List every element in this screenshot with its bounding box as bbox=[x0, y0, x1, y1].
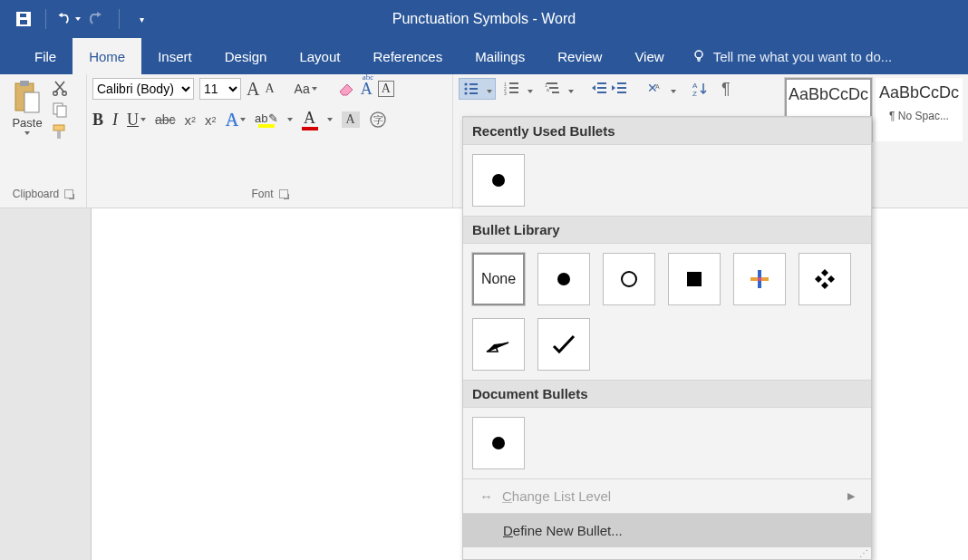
decrease-indent-button[interactable] bbox=[592, 82, 608, 96]
svg-rect-17 bbox=[469, 83, 478, 85]
character-border-button[interactable]: A bbox=[378, 81, 394, 97]
bullets-button[interactable] bbox=[459, 78, 496, 100]
tab-references[interactable]: References bbox=[356, 38, 459, 74]
tab-file[interactable]: File bbox=[18, 38, 73, 74]
strikethrough-button[interactable]: abc bbox=[155, 112, 176, 127]
clipboard-group-label: Clipboard bbox=[5, 188, 81, 206]
svg-rect-27 bbox=[509, 92, 518, 93]
bullet-check[interactable] bbox=[537, 318, 590, 371]
phonetic-guide-button[interactable]: abcA bbox=[361, 80, 373, 99]
style-no-spacing[interactable]: AaBbCcDc ¶ No Spac... bbox=[876, 78, 963, 141]
paste-button[interactable]: Paste bbox=[5, 78, 49, 135]
disc-icon bbox=[489, 434, 508, 452]
bullet-clover[interactable] bbox=[733, 253, 786, 305]
bullets-dropdown-button[interactable] bbox=[483, 82, 495, 96]
recent-bullets-row bbox=[463, 145, 871, 216]
tab-design[interactable]: Design bbox=[208, 38, 284, 74]
copy-button[interactable] bbox=[51, 101, 69, 118]
bullet-circle[interactable] bbox=[603, 253, 655, 305]
clear-formatting-button[interactable] bbox=[337, 81, 355, 97]
tell-me-search[interactable]: Tell me what you want to do... bbox=[681, 38, 893, 74]
enclose-characters-button[interactable]: 字 bbox=[369, 111, 387, 129]
superscript-button[interactable]: x2 bbox=[205, 112, 217, 128]
tab-mailings[interactable]: Mailings bbox=[459, 38, 541, 74]
chevron-right-icon: ▶ bbox=[847, 490, 855, 502]
svg-point-4 bbox=[695, 51, 702, 58]
bullet-library-row: None bbox=[463, 244, 871, 380]
document-bullets-row bbox=[463, 408, 871, 478]
svg-rect-29 bbox=[549, 87, 558, 89]
font-color-button[interactable]: A bbox=[302, 109, 318, 130]
tab-insert[interactable]: Insert bbox=[141, 38, 208, 74]
increase-indent-button[interactable] bbox=[612, 82, 628, 96]
font-size-select[interactable]: 11 bbox=[199, 78, 241, 100]
text-highlight-button[interactable]: ab✎ bbox=[255, 111, 277, 128]
character-shading-button[interactable]: A bbox=[342, 111, 360, 128]
sort-button[interactable]: AZ bbox=[692, 81, 709, 97]
redo-button[interactable] bbox=[84, 6, 110, 32]
clipboard-launcher[interactable] bbox=[64, 189, 73, 198]
quick-access-toolbar: ▾ bbox=[0, 0, 154, 38]
svg-text:Z: Z bbox=[692, 90, 697, 97]
svg-rect-21 bbox=[469, 92, 478, 94]
bullet-square[interactable] bbox=[668, 253, 721, 305]
format-painter-button[interactable] bbox=[51, 123, 69, 141]
bullets-dropdown-panel: Recently Used Bullets Bullet Library Non… bbox=[462, 116, 872, 560]
bullet-arrow[interactable] bbox=[472, 318, 525, 371]
asian-layout-button[interactable]: ✕A bbox=[643, 78, 680, 100]
bullet-recent-disc[interactable] bbox=[472, 154, 525, 207]
numbering-button[interactable]: 123 bbox=[499, 78, 537, 100]
svg-rect-12 bbox=[53, 125, 64, 130]
multilevel-list-button[interactable]: 1a bbox=[540, 78, 577, 100]
chevron-down-icon[interactable] bbox=[327, 118, 333, 121]
bullet-disc[interactable] bbox=[537, 253, 590, 305]
chevron-down-icon[interactable] bbox=[287, 118, 293, 121]
cut-button[interactable] bbox=[51, 80, 69, 96]
subscript-button[interactable]: x2 bbox=[185, 112, 197, 128]
text-effects-button[interactable]: A bbox=[226, 110, 246, 130]
show-hide-marks-button[interactable]: ¶ bbox=[721, 80, 731, 99]
font-launcher[interactable] bbox=[279, 189, 288, 198]
tab-review[interactable]: Review bbox=[541, 38, 618, 74]
bullet-document-disc[interactable] bbox=[472, 417, 525, 469]
square-icon bbox=[686, 271, 702, 287]
svg-point-20 bbox=[464, 92, 467, 94]
resize-grip[interactable]: ⋰ bbox=[463, 547, 871, 559]
svg-rect-35 bbox=[597, 92, 606, 93]
bold-button[interactable]: B bbox=[92, 111, 103, 130]
undo-button[interactable] bbox=[55, 6, 81, 32]
tab-view[interactable]: View bbox=[618, 38, 680, 74]
svg-point-16 bbox=[464, 82, 467, 85]
recent-bullets-header: Recently Used Bullets bbox=[463, 117, 871, 145]
style-sample: AaBbCcDc bbox=[789, 85, 868, 104]
shrink-font-button[interactable]: A bbox=[265, 82, 274, 96]
svg-rect-23 bbox=[509, 82, 518, 84]
font-group-label: Font bbox=[92, 188, 447, 206]
svg-point-50 bbox=[492, 437, 505, 449]
chevron-down-icon bbox=[75, 17, 81, 21]
underline-button[interactable]: U bbox=[127, 111, 146, 130]
eraser-icon bbox=[337, 81, 355, 97]
tab-layout[interactable]: Layout bbox=[283, 38, 356, 74]
grow-font-button[interactable]: A bbox=[247, 79, 259, 100]
define-new-bullet-item[interactable]: Define New Bullet... Define New Bullet..… bbox=[463, 513, 871, 547]
tab-home[interactable]: Home bbox=[73, 38, 141, 74]
font-name-select[interactable]: Calibri (Body) bbox=[92, 78, 194, 100]
copy-icon bbox=[52, 101, 68, 118]
group-clipboard: Paste Clipboard bbox=[0, 74, 87, 208]
svg-rect-38 bbox=[617, 92, 626, 93]
outdent-icon bbox=[592, 82, 608, 96]
bullet-none[interactable]: None bbox=[472, 253, 525, 305]
change-case-button[interactable]: Aa bbox=[295, 82, 317, 96]
svg-text:A: A bbox=[655, 83, 660, 90]
customize-qat-button[interactable]: ▾ bbox=[129, 6, 154, 32]
italic-button[interactable]: I bbox=[112, 111, 118, 130]
save-button[interactable] bbox=[11, 6, 36, 32]
bullet-library-header: Bullet Library bbox=[463, 216, 871, 244]
margin-gutter bbox=[0, 208, 91, 560]
bullet-diamond4[interactable] bbox=[799, 253, 851, 305]
svg-rect-6 bbox=[20, 81, 29, 86]
svg-rect-11 bbox=[57, 106, 66, 117]
svg-rect-36 bbox=[617, 82, 626, 84]
svg-rect-28 bbox=[547, 82, 557, 84]
